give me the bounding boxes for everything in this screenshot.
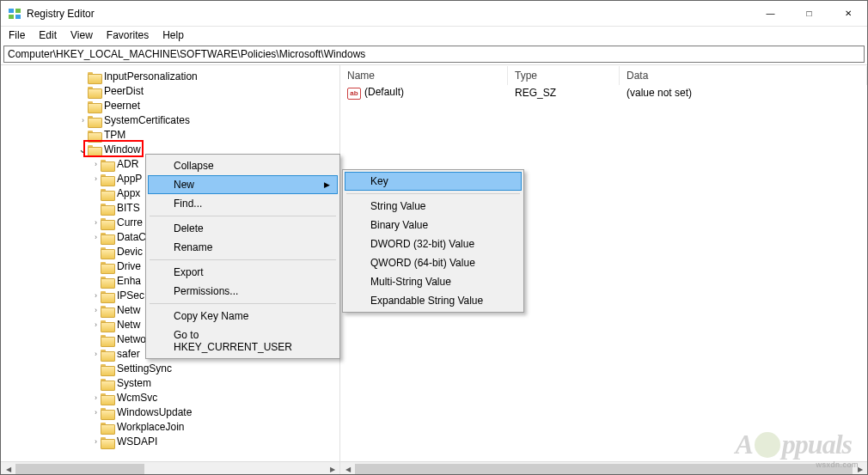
value-data-cell: (value not set) [620, 87, 867, 99]
folder-icon [88, 143, 101, 155]
ctx-new-expandable[interactable]: Expandable String Value [345, 291, 522, 310]
folder-icon [101, 304, 114, 316]
chevron-right-icon[interactable]: › [91, 233, 101, 241]
tree-item[interactable]: InputPersonalization [1, 69, 339, 83]
ctx-new-dword[interactable]: DWORD (32-bit) Value [345, 234, 522, 253]
menu-help[interactable]: Help [156, 27, 190, 43]
string-value-icon: ab [347, 88, 361, 100]
regedit-icon [8, 7, 21, 21]
tree-item[interactable]: TPM [1, 127, 339, 142]
ctx-separator [150, 303, 336, 304]
chevron-right-icon[interactable]: › [91, 408, 101, 417]
ctx-new-string[interactable]: String Value [345, 197, 522, 216]
scroll-left-icon[interactable]: ◀ [1, 466, 15, 473]
chevron-right-icon[interactable]: › [91, 160, 101, 168]
ctx-copy-key-name[interactable]: Copy Key Name [148, 307, 338, 326]
ctx-collapse[interactable]: Collapse [148, 156, 338, 175]
folder-icon [101, 392, 114, 404]
tree-item-label: PeerDist [104, 85, 144, 97]
folder-icon [101, 435, 114, 448]
ctx-new-multistring[interactable]: Multi-String Value [345, 272, 522, 291]
menu-view[interactable]: View [64, 27, 99, 43]
ctx-rename[interactable]: Rename [148, 238, 338, 257]
tree-item-label: Devic [117, 246, 143, 258]
svg-rect-0 [9, 9, 14, 13]
chevron-right-icon[interactable]: › [91, 350, 101, 358]
ctx-new-binary[interactable]: Binary Value [345, 216, 522, 234]
ctx-permissions[interactable]: Permissions... [148, 282, 338, 301]
column-name[interactable]: Name [340, 66, 508, 85]
tree-item[interactable]: ›WcmSvc [1, 390, 339, 405]
watermark: wsxdn.com [816, 460, 859, 469]
tree-item[interactable]: ›WindowsUpdate [1, 405, 339, 419]
tree-item[interactable]: PeerDist [1, 83, 339, 98]
folder-icon [101, 216, 114, 228]
tree-item-label: SettingSync [117, 362, 172, 375]
menu-edit[interactable]: Edit [33, 27, 63, 43]
folder-icon [101, 275, 114, 287]
tree-item[interactable]: SettingSync [1, 361, 339, 375]
scroll-left-icon[interactable]: ◀ [340, 466, 355, 473]
folder-icon [101, 202, 114, 214]
tree-item[interactable]: System [1, 375, 339, 390]
menu-file[interactable]: File [3, 27, 31, 43]
tree-item[interactable]: ›SystemCertificates [1, 113, 339, 127]
folder-icon [101, 246, 114, 258]
window-controls: — □ ✕ [751, 1, 867, 26]
value-row[interactable]: ab(Default) REG_SZ (value not set) [340, 85, 867, 100]
value-name-cell: ab(Default) [340, 86, 508, 100]
folder-icon [101, 421, 114, 433]
ctx-export[interactable]: Export [148, 263, 338, 282]
folder-icon [101, 319, 114, 331]
ctx-new-qword[interactable]: QWORD (64-bit) Value [345, 253, 522, 272]
tree-item-label: Peernet [104, 100, 140, 112]
maximize-button[interactable]: □ [790, 1, 828, 26]
folder-icon [101, 406, 114, 418]
column-data[interactable]: Data [620, 66, 867, 85]
folder-icon [88, 85, 101, 97]
menu-favorites[interactable]: Favorites [101, 27, 155, 43]
ctx-new[interactable]: New ▶ [148, 175, 338, 194]
scroll-right-icon[interactable]: ▶ [325, 466, 339, 473]
tree-item-label: WorkplaceJoin [117, 421, 184, 433]
tree-item[interactable]: WorkplaceJoin [1, 419, 339, 434]
ctx-new-key[interactable]: Key [345, 172, 522, 191]
ctx-goto-hkcu[interactable]: Go to HKEY_CURRENT_USER [148, 326, 338, 356]
chevron-right-icon[interactable]: › [78, 116, 88, 125]
tree-item-label: WcmSvc [117, 392, 157, 404]
chevron-right-icon[interactable]: › [91, 291, 101, 300]
tree-item[interactable]: Peernet [1, 98, 339, 113]
ctx-separator [150, 216, 336, 216]
tree-item-label: TPM [104, 129, 125, 141]
chevron-right-icon[interactable]: › [91, 306, 101, 314]
tree-item-label: DataC [117, 231, 146, 243]
tree-item-label: Appx [117, 187, 140, 199]
chevron-right-icon[interactable]: › [91, 437, 101, 446]
chevron-right-icon[interactable]: › [91, 174, 101, 183]
tree-item-label: WSDAPI [117, 435, 157, 448]
values-scrollbar-h[interactable]: ◀ ▶ [340, 461, 867, 475]
tree-item[interactable]: ›WSDAPI [1, 434, 339, 448]
ctx-find[interactable]: Find... [148, 194, 338, 213]
column-type[interactable]: Type [508, 66, 620, 85]
chevron-right-icon[interactable]: › [91, 320, 101, 329]
close-button[interactable]: ✕ [828, 1, 867, 26]
folder-icon [88, 114, 101, 126]
address-bar[interactable]: Computer\HKEY_LOCAL_MACHINE\SOFTWARE\Pol… [3, 46, 865, 63]
tree-scrollbar-h[interactable]: ◀ ▶ [1, 461, 339, 475]
values-header[interactable]: Name Type Data [340, 65, 867, 85]
folder-icon [101, 333, 114, 345]
chevron-right-icon[interactable]: › [91, 393, 101, 402]
folder-icon [101, 289, 114, 301]
titlebar: Registry Editor — □ ✕ [1, 1, 867, 27]
chevron-down-icon[interactable]: ⌄ [78, 146, 88, 153]
chevron-right-icon[interactable]: › [91, 218, 101, 227]
ctx-delete[interactable]: Delete [148, 219, 338, 238]
context-menu-main: Collapse New ▶ Find... Delete Rename Exp… [145, 154, 340, 359]
tree-item-label: System [117, 377, 151, 389]
chevron-right-icon: ▶ [324, 180, 330, 189]
tree-item-label: safer [117, 348, 140, 360]
tree-item-label: Enha [117, 275, 141, 287]
minimize-button[interactable]: — [751, 1, 790, 26]
context-menu-new: Key String Value Binary Value DWORD (32-… [342, 169, 524, 313]
